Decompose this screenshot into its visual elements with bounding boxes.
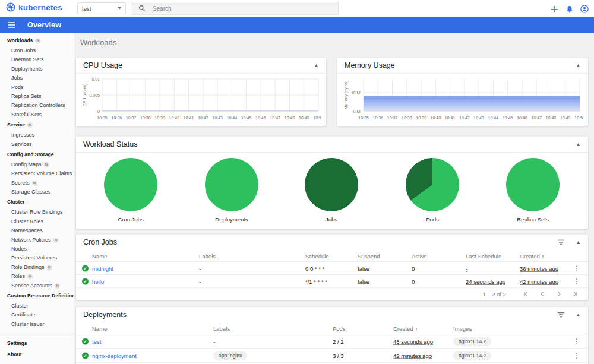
filter-button[interactable] bbox=[557, 239, 565, 245]
previous-page-button[interactable] bbox=[537, 289, 548, 299]
sidebar-item-secrets[interactable]: SecretsN bbox=[0, 179, 74, 188]
collapse-caret-icon[interactable]: ▴ bbox=[576, 311, 581, 319]
namespace-select-value: test bbox=[82, 5, 91, 12]
row-menu-kebab-icon[interactable]: ⋮ bbox=[571, 337, 582, 346]
col-header-name[interactable]: Name bbox=[92, 252, 107, 259]
col-header-created-sorted[interactable]: Created bbox=[393, 325, 418, 331]
col-header-name[interactable]: Name bbox=[92, 325, 107, 331]
collapse-caret-icon[interactable]: ▴ bbox=[314, 61, 319, 69]
col-header-last-schedule[interactable]: Last Schedule bbox=[466, 252, 501, 259]
cell-active: 0 bbox=[412, 278, 415, 284]
col-header-pods[interactable]: Pods bbox=[333, 325, 346, 331]
sidebar-item-cluster-roles[interactable]: Cluster Roles bbox=[0, 217, 74, 226]
table-row: test - 2 / 2 48 seconds ago nginx:1.14.2… bbox=[76, 334, 588, 349]
check-circle-icon bbox=[82, 265, 89, 271]
sidebar-item-service-accounts[interactable]: Service AccountsN bbox=[0, 281, 74, 290]
namespace-select[interactable]: test bbox=[77, 2, 126, 14]
sidebar-item-replication-controllers[interactable]: Replication Controllers bbox=[0, 101, 74, 110]
sidebar-item-label: Persistent Volumes bbox=[11, 254, 57, 262]
namespaced-badge: N bbox=[27, 274, 33, 279]
col-header-schedule[interactable]: Schedule bbox=[305, 252, 329, 259]
pie-cron-jobs: Cron Jobs bbox=[95, 154, 166, 223]
sidebar-item-cron-jobs[interactable]: Cron Jobs bbox=[0, 46, 74, 55]
sidebar-item-cluster[interactable]: Cluster bbox=[0, 197, 74, 208]
x-tick: 10:49 bbox=[560, 116, 571, 120]
x-tick: 10:36 bbox=[373, 116, 384, 120]
sidebar-item-namespaces[interactable]: Namespaces bbox=[0, 226, 74, 235]
sidebar-item-persistent-volume-claims[interactable]: Persistent Volume ClaimsN bbox=[0, 169, 74, 178]
sidebar-item-config-maps[interactable]: Config MapsN bbox=[0, 160, 74, 169]
filter-button[interactable] bbox=[557, 312, 565, 318]
sidebar-item-label: Pods bbox=[11, 83, 24, 92]
sidebar-item-replica-sets[interactable]: Replica Sets bbox=[0, 92, 74, 101]
sidebar-item-pods[interactable]: Pods bbox=[0, 83, 74, 92]
sidebar-item-storage-classes[interactable]: Storage Classes bbox=[0, 188, 74, 197]
sidebar-item-ingresses[interactable]: Ingresses bbox=[0, 131, 74, 140]
sidebar-item-settings[interactable]: Settings bbox=[0, 338, 74, 349]
next-page-button[interactable] bbox=[554, 289, 564, 299]
cell-pods: 2 / 2 bbox=[333, 338, 344, 344]
image-chip: nginx:1.14.2 bbox=[453, 337, 491, 346]
col-header-created-sorted[interactable]: Created bbox=[520, 252, 544, 259]
sidebar-item-network-policies[interactable]: Network PoliciesN bbox=[0, 236, 74, 245]
memory-usage-card-header: Memory Usage ▴ bbox=[337, 58, 588, 74]
kubernetes-logo[interactable]: kubernetes bbox=[6, 2, 62, 12]
sidebar-item-crd-certificate[interactable]: Certificate bbox=[0, 311, 74, 319]
pie-label: Jobs bbox=[296, 216, 367, 223]
sidebar-item-services[interactable]: Services bbox=[0, 140, 74, 149]
sidebar-item-label: Storage Classes bbox=[11, 188, 50, 197]
cronjob-name-link[interactable]: midnight bbox=[92, 265, 113, 271]
account-button[interactable] bbox=[580, 4, 589, 14]
sidebar-item-deployments[interactable]: Deployments bbox=[0, 65, 74, 74]
col-header-suspend[interactable]: Suspend bbox=[358, 252, 380, 259]
cell-labels: - bbox=[199, 278, 201, 284]
pie-label: Pods bbox=[397, 216, 468, 223]
sidebar-item-label: Cluster Roles bbox=[11, 217, 43, 226]
sidebar-item-config-and-storage[interactable]: Config and Storage bbox=[0, 149, 74, 160]
namespaced-badge: N bbox=[55, 283, 60, 289]
deployment-name-link[interactable]: test bbox=[92, 338, 101, 344]
first-page-button[interactable] bbox=[520, 289, 531, 299]
notifications-button[interactable] bbox=[565, 4, 574, 14]
label-chip: app: nginx bbox=[213, 351, 247, 360]
sidebar-item-service[interactable]: ServiceN bbox=[0, 119, 74, 131]
col-header-labels[interactable]: Labels bbox=[199, 252, 216, 259]
search-input[interactable] bbox=[153, 5, 307, 12]
col-header-labels[interactable]: Labels bbox=[213, 325, 230, 331]
collapse-caret-icon[interactable]: ▴ bbox=[576, 238, 581, 246]
collapse-caret-icon[interactable]: ▴ bbox=[576, 140, 581, 148]
search-bar[interactable] bbox=[132, 2, 339, 15]
sidebar-item-nodes[interactable]: Nodes bbox=[0, 245, 74, 254]
col-header-images[interactable]: Images bbox=[453, 325, 472, 331]
deployments-card-header: Deployments ▴ bbox=[76, 307, 588, 322]
sidebar-item-label: Service bbox=[7, 119, 25, 131]
cronjob-name-link[interactable]: hello bbox=[92, 278, 104, 284]
sidebar-item-workloads[interactable]: WorkloadsN bbox=[0, 35, 74, 46]
sidebar-item-crd-cluster-issuer[interactable]: Cluster Issuer bbox=[0, 320, 74, 329]
col-header-active[interactable]: Active bbox=[412, 252, 427, 259]
table-row: nginx-deployment app: nginx 3 / 3 42 min… bbox=[76, 349, 588, 363]
deployment-name-link[interactable]: nginx-deployment bbox=[92, 352, 137, 359]
sidebar-item-cluster-role-bindings[interactable]: Cluster Role Bindings bbox=[0, 208, 74, 217]
sidebar-item-stateful-sets[interactable]: Stateful Sets bbox=[0, 110, 74, 119]
x-tick: 10:35 bbox=[358, 116, 369, 120]
sidebar-item-daemon-sets[interactable]: Daemon Sets bbox=[0, 55, 74, 64]
row-menu-kebab-icon[interactable]: ⋮ bbox=[571, 277, 582, 286]
create-new-resource-button[interactable] bbox=[549, 4, 559, 14]
sidebar-item-roles[interactable]: RolesN bbox=[0, 272, 74, 281]
menu-button[interactable] bbox=[7, 21, 15, 29]
x-tick: 10:44 bbox=[227, 116, 238, 120]
sidebar-item-persistent-volumes[interactable]: Persistent Volumes bbox=[0, 254, 74, 262]
sidebar-item-role-bindings[interactable]: Role BindingsN bbox=[0, 263, 74, 272]
kubernetes-wheel-icon bbox=[6, 2, 15, 12]
pie-chart bbox=[104, 158, 157, 211]
collapse-caret-icon[interactable]: ▴ bbox=[576, 61, 581, 69]
row-menu-kebab-icon[interactable]: ⋮ bbox=[571, 264, 582, 273]
last-page-button[interactable] bbox=[570, 289, 581, 299]
sidebar-item-custom-resource-definitions[interactable]: Custom Resource Definitions bbox=[0, 290, 74, 302]
sidebar-item-crd-cluster[interactable]: Cluster bbox=[0, 302, 74, 311]
sidebar-item-jobs[interactable]: Jobs bbox=[0, 74, 74, 83]
sidebar-item-about[interactable]: About bbox=[0, 349, 74, 360]
row-menu-kebab-icon[interactable]: ⋮ bbox=[571, 352, 582, 360]
x-tick: 10:40 bbox=[431, 116, 441, 120]
